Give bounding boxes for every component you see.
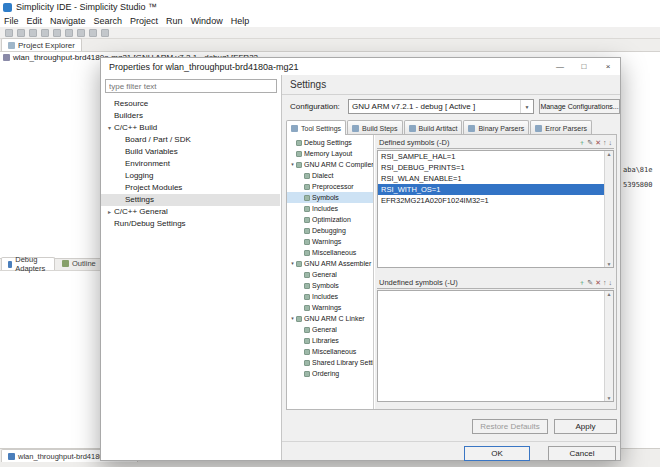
tool-tree-item-includes-14[interactable]: Includes bbox=[287, 291, 373, 302]
run-icon[interactable] bbox=[65, 29, 73, 37]
tool-tree-item-warnings-9[interactable]: Warnings bbox=[287, 236, 373, 247]
editor-tab-icon bbox=[8, 453, 15, 460]
tool-tree-item-general-17[interactable]: General bbox=[287, 324, 373, 335]
tool-tree-item-gnu-arm-c-compiler-2[interactable]: ▾GNU ARM C Compiler bbox=[287, 159, 373, 170]
tool-tree-item-shared-library-settings-20[interactable]: Shared Library Settings bbox=[287, 357, 373, 368]
tab-tool-settings[interactable]: Tool Settings bbox=[286, 120, 346, 135]
scroll-up-icon[interactable]: ▲ bbox=[607, 151, 612, 157]
perspective-icon[interactable] bbox=[101, 29, 109, 37]
configuration-select[interactable]: GNU ARM v7.2.1 - debug [ Active ] ▼ bbox=[348, 99, 534, 114]
menu-run[interactable]: Run bbox=[162, 16, 187, 26]
menu-navigate[interactable]: Navigate bbox=[46, 16, 90, 26]
nav-item-settings[interactable]: Settings bbox=[101, 194, 280, 206]
menu-window[interactable]: Window bbox=[187, 16, 227, 26]
apply-button[interactable]: Apply bbox=[554, 419, 617, 434]
add-icon[interactable]: ＋ bbox=[578, 278, 585, 288]
add-icon[interactable]: ＋ bbox=[578, 138, 585, 148]
scrollbar[interactable]: ▲ ▼ bbox=[604, 151, 613, 267]
menu-help[interactable]: Help bbox=[227, 16, 254, 26]
menu-search[interactable]: Search bbox=[90, 16, 127, 26]
configuration-value: GNU ARM v7.2.1 - debug [ Active ] bbox=[352, 102, 475, 111]
tool-tree-item-gnu-arm-assembler-11[interactable]: ▾GNU ARM Assembler bbox=[287, 258, 373, 269]
symbol-item[interactable]: RSI_WITH_OS=1 bbox=[378, 184, 613, 195]
manage-configurations-button[interactable]: Manage Configurations... bbox=[539, 99, 620, 114]
symbol-item[interactable]: EFR32MG21A020F1024IM32=1 bbox=[378, 195, 613, 206]
tool-tree-label: Ordering bbox=[312, 368, 339, 379]
tab-icon bbox=[409, 125, 416, 132]
edit-icon[interactable]: ✎ bbox=[587, 278, 593, 288]
tab-build-steps[interactable]: Build Steps bbox=[347, 120, 402, 135]
tab-build-artifact[interactable]: Build Artifact bbox=[404, 120, 463, 135]
nav-item-environment[interactable]: Environment bbox=[101, 158, 280, 170]
tool-tree-item-symbols-13[interactable]: Symbols bbox=[287, 280, 373, 291]
nav-item-c-c-general[interactable]: ▸C/C++ General bbox=[101, 206, 280, 218]
ok-button[interactable]: OK bbox=[464, 446, 530, 461]
delete-icon[interactable]: ✕ bbox=[595, 138, 601, 148]
filter-input[interactable] bbox=[105, 79, 277, 93]
tool-tree-item-gnu-arm-c-linker-16[interactable]: ▾GNU ARM C Linker bbox=[287, 313, 373, 324]
tool-tree-item-memory-layout-1[interactable]: Memory Layout bbox=[287, 148, 373, 159]
scroll-down-icon[interactable]: ▼ bbox=[607, 395, 612, 401]
tool-tree-item-preprocessor-4[interactable]: Preprocessor bbox=[287, 181, 373, 192]
symbol-item[interactable]: RSI_WLAN_ENABLE=1 bbox=[378, 173, 613, 184]
move-down-icon[interactable]: ↓ bbox=[609, 278, 613, 288]
nav-item-builders[interactable]: Builders bbox=[101, 110, 280, 122]
tool-tree-label: Warnings bbox=[312, 302, 341, 313]
tab-binary-parsers[interactable]: Binary Parsers bbox=[463, 120, 529, 135]
nav-item-build-variables[interactable]: Build Variables bbox=[101, 146, 280, 158]
tab-outline[interactable]: Outline bbox=[56, 257, 102, 270]
settings-item-icon bbox=[304, 360, 310, 366]
move-up-icon[interactable]: ↑ bbox=[603, 138, 607, 148]
tool-tree-label: Miscellaneous bbox=[312, 346, 356, 357]
tool-tree-item-optimization-7[interactable]: Optimization bbox=[287, 214, 373, 225]
close-button[interactable]: × bbox=[596, 58, 620, 75]
flash-icon[interactable] bbox=[77, 29, 85, 37]
move-up-icon[interactable]: ↑ bbox=[603, 278, 607, 288]
scroll-up-icon[interactable]: ▲ bbox=[607, 291, 612, 297]
tab-debug-adapters[interactable]: Debug Adapters bbox=[1, 257, 55, 270]
edit-icon[interactable]: ✎ bbox=[587, 138, 593, 148]
save-all-icon[interactable] bbox=[29, 29, 37, 37]
tab-project-explorer[interactable]: Project Explorer bbox=[1, 38, 82, 51]
tool-tree-item-symbols-5[interactable]: Symbols bbox=[287, 192, 373, 203]
nav-item-c-c-build[interactable]: ▾C/C++ Build bbox=[101, 122, 280, 134]
minimize-button[interactable]: — bbox=[548, 58, 572, 75]
button-separator bbox=[282, 441, 620, 442]
nav-item-logging[interactable]: Logging bbox=[101, 170, 280, 182]
nav-item-project-modules[interactable]: Project Modules bbox=[101, 182, 280, 194]
build-icon[interactable] bbox=[41, 29, 49, 37]
tool-tree-item-miscellaneous-19[interactable]: Miscellaneous bbox=[287, 346, 373, 357]
scroll-down-icon[interactable]: ▼ bbox=[607, 261, 612, 267]
nav-item-resource[interactable]: Resource bbox=[101, 98, 280, 110]
tool-tree-item-dialect-3[interactable]: Dialect bbox=[287, 170, 373, 181]
menu-project[interactable]: Project bbox=[126, 16, 162, 26]
maximize-button[interactable]: □ bbox=[572, 58, 596, 75]
tool-tree-item-includes-6[interactable]: Includes bbox=[287, 203, 373, 214]
delete-icon[interactable]: ✕ bbox=[595, 278, 601, 288]
tool-tree-label: Includes bbox=[312, 203, 338, 214]
tool-tree-item-libraries-18[interactable]: Libraries bbox=[287, 335, 373, 346]
new-icon[interactable] bbox=[5, 29, 13, 37]
menu-edit[interactable]: Edit bbox=[23, 16, 47, 26]
nav-item-run-debug-settings[interactable]: Run/Debug Settings bbox=[101, 218, 280, 230]
move-down-icon[interactable]: ↓ bbox=[609, 138, 613, 148]
debug-adapters-icon bbox=[8, 261, 12, 268]
tool-tree-item-debugging-8[interactable]: Debugging bbox=[287, 225, 373, 236]
nav-item-board-part-sdk[interactable]: Board / Part / SDK bbox=[101, 134, 280, 146]
scrollbar[interactable]: ▲ ▼ bbox=[604, 291, 613, 401]
tab-error-parsers[interactable]: Error Parsers bbox=[530, 120, 592, 135]
cancel-button[interactable]: Cancel bbox=[548, 446, 616, 461]
search-icon[interactable] bbox=[89, 29, 97, 37]
tool-tree-item-debug-settings-0[interactable]: Debug Settings bbox=[287, 137, 373, 148]
save-icon[interactable] bbox=[17, 29, 25, 37]
tool-tree-item-warnings-15[interactable]: Warnings bbox=[287, 302, 373, 313]
tool-tree-item-general-12[interactable]: General bbox=[287, 269, 373, 280]
menu-file[interactable]: File bbox=[0, 16, 23, 26]
tool-tree-item-ordering-21[interactable]: Ordering bbox=[287, 368, 373, 379]
debug-icon[interactable] bbox=[53, 29, 61, 37]
settings-item-icon bbox=[304, 272, 310, 278]
symbol-item[interactable]: RSI_SAMPLE_HAL=1 bbox=[378, 151, 613, 162]
tool-tree-item-miscellaneous-10[interactable]: Miscellaneous bbox=[287, 247, 373, 258]
restore-defaults-button[interactable]: Restore Defaults bbox=[472, 419, 548, 434]
symbol-item[interactable]: RSI_DEBUG_PRINTS=1 bbox=[378, 162, 613, 173]
